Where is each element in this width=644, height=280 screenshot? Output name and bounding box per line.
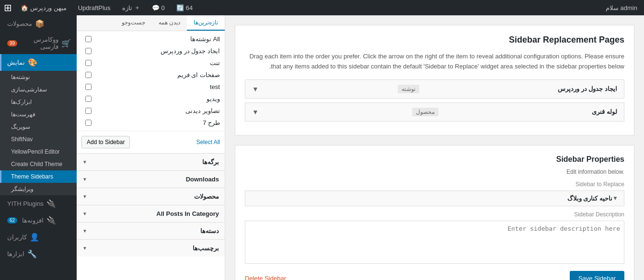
tab-all[interactable]: دیدن همه	[152, 15, 187, 31]
accordion-downloads: Downloads ▼	[77, 170, 225, 188]
list-item: ویدیو	[77, 93, 225, 105]
submenu-posts[interactable]: نوشته‌ها	[0, 71, 77, 83]
widget-checkbox-text[interactable]	[85, 60, 92, 66]
submenu-yellowpencil[interactable]: YellowPencil Editor	[0, 146, 77, 158]
admin-bar: ⊞ 🏠 میهن وردپرس UpdraftPlus تازه ＋ 💬 0 🔄…	[0, 0, 644, 15]
menu-item-appearance[interactable]: 🎨 نمایش	[0, 54, 77, 71]
menu-item-woocommerce[interactable]: 🛒 ووکامرس فارسی 99	[0, 32, 77, 54]
chevron-down-icon[interactable]: ▼	[612, 195, 618, 202]
widget-list: All نوشته‌ها ایجاد جدول در وردپرس تنت صف…	[77, 31, 225, 131]
sidebar-description-field[interactable]	[245, 221, 624, 264]
widget-checkbox-all-posts[interactable]	[85, 36, 92, 42]
adminbar-updraftplus[interactable]: UpdraftPlus	[75, 4, 114, 11]
wp-wrap: 📦 محصولات 🛒 ووکامرس فارسی 99 🎨 نمایش نوش…	[0, 15, 644, 280]
sidebar-properties-info: Edit information below.	[245, 168, 624, 175]
updates-icon: 🔄	[176, 4, 184, 11]
accordion-header-pages[interactable]: برگه‌ها ▼	[77, 154, 225, 170]
users-icon: 👤	[30, 233, 39, 242]
sidebar-name-row[interactable]: ▼ ناحیه کناری وبلاگ	[245, 190, 624, 206]
accordion-header-categories[interactable]: دسته‌ها ▼	[77, 223, 225, 239]
chevron-down-icon: ▼	[82, 211, 87, 216]
list-item: طرح 7	[77, 117, 225, 129]
plugins-icon: 🔌	[46, 216, 56, 225]
widget-label-design7: طرح 7	[92, 119, 220, 126]
sidebar-replacement-box: Sidebar Replacement Pages Drag each item…	[235, 25, 634, 135]
woo-badge: 99	[7, 40, 17, 46]
submenu-shiftnav[interactable]: ShiftNav	[0, 133, 77, 146]
chevron-down-icon: ▼	[82, 228, 87, 234]
submenu-superbg[interactable]: سوپربگ	[0, 121, 77, 133]
widget-row-table: ایجاد جدول در وردپرس نوشته ▼	[245, 79, 624, 99]
widget-row-title-table: ایجاد جدول در وردپرس	[558, 85, 617, 92]
menu-item-users[interactable]: 👤 کاربران	[0, 229, 77, 246]
adminbar-comments[interactable]: 💬 0	[149, 4, 168, 11]
select-all-link[interactable]: Select All	[196, 139, 220, 146]
submenu-widgets[interactable]: ابزارک‌ها	[0, 96, 77, 108]
menu-item-products[interactable]: 📦 محصولات	[0, 15, 77, 32]
wp-content: تازه‌ترین‌ها دیدن همه جست‌وجو All نوشته‌…	[77, 15, 644, 280]
comments-icon: 💬	[152, 4, 160, 11]
widget-checkbox-table[interactable]	[85, 48, 92, 54]
sidebar-replacement-description: Drag each item into the order you prefer…	[245, 52, 624, 72]
sidebar-replacement-title: Sidebar Replacement Pages	[245, 35, 624, 45]
wp-logo[interactable]: ⊞	[4, 2, 12, 13]
tab-latest[interactable]: تازه‌ترین‌ها	[187, 15, 225, 31]
woo-icon: 🛒	[61, 39, 71, 48]
menu-item-plugins[interactable]: 🔌 افزونه‌ها 62	[0, 212, 77, 229]
widget-label-af-form: صفحات ای فریم	[92, 71, 220, 78]
widget-checkbox-design7[interactable]	[85, 120, 92, 126]
widget-label-photo: تصاویر دیدنی	[92, 107, 220, 114]
widget-label-text: تنت	[92, 59, 220, 67]
list-item: صفحات ای فریم	[77, 69, 225, 81]
add-to-sidebar-button[interactable]: Add to Sidebar	[81, 136, 130, 148]
delete-sidebar-link[interactable]: Delete Sidebar	[245, 275, 286, 280]
accordion-categories: دسته‌ها ▼	[77, 222, 225, 239]
adminbar-site-name[interactable]: 🏠 میهن وردپرس	[18, 4, 69, 11]
products-icon: 📦	[35, 19, 45, 28]
widget-row-type-tube: محصول	[412, 108, 438, 116]
submenu-theme-sidebars[interactable]: Theme Sidebars	[0, 170, 77, 183]
chevron-down-icon: ▼	[82, 194, 87, 199]
chevron-down-icon[interactable]: ▼	[252, 85, 259, 93]
save-sidebar-button[interactable]: Save Sidebar	[570, 271, 624, 280]
chevron-down-icon: ▼	[82, 177, 87, 182]
widget-checkbox-af-form[interactable]	[85, 72, 92, 78]
widget-label-all-posts: All نوشته‌ها	[92, 35, 220, 43]
sidebar-to-replace-label: Sidebar to Replace	[245, 181, 624, 188]
widget-panel: تازه‌ترین‌ها دیدن همه جست‌وجو All نوشته‌…	[77, 15, 225, 280]
widget-checkbox-photo[interactable]	[85, 108, 92, 114]
widget-tabs: تازه‌ترین‌ها دیدن همه جست‌وجو	[77, 15, 225, 31]
accordion-products: محصولات ▼	[77, 188, 225, 205]
list-item: ایجاد جدول در وردپرس	[77, 45, 225, 57]
accordion-header-all-posts-cat[interactable]: All Posts In Category ▼	[77, 205, 225, 222]
widget-checkbox-video[interactable]	[85, 96, 92, 102]
sidebar-properties-title: Sidebar Properties	[245, 155, 624, 164]
submenu-menus[interactable]: فهرست‌ها	[0, 108, 77, 121]
menu-item-tools[interactable]: 🔧 ابزارها	[0, 246, 77, 262]
adminbar-updates[interactable]: 🔄 64	[173, 4, 196, 11]
accordion-header-downloads[interactable]: Downloads ▼	[77, 171, 225, 188]
submenu-create-child[interactable]: Create Child Theme	[0, 158, 77, 170]
accordion-header-products[interactable]: محصولات ▼	[77, 188, 225, 205]
submenu-editor[interactable]: ویرایشگر	[0, 183, 77, 195]
sidebar-footer: Delete Sidebar Save Sidebar	[245, 271, 624, 280]
sidebar-name-value: ناحیه کناری وبلاگ	[251, 195, 612, 202]
list-item: All نوشته‌ها	[77, 33, 225, 45]
tab-search[interactable]: جست‌وجو	[115, 15, 152, 31]
widget-row-type-table: نوشته	[398, 85, 419, 93]
widget-row-tube: لوله قنری محصول ▼	[245, 102, 624, 122]
widget-checkbox-test[interactable]	[85, 84, 92, 90]
plus-icon: ＋	[134, 3, 140, 12]
list-item: test	[77, 81, 225, 93]
submenu-customizer[interactable]: سفارشی‌سازی	[0, 83, 77, 96]
menu-item-yith[interactable]: 🔌 YITH Plugins	[0, 195, 77, 212]
adminbar-new[interactable]: تازه ＋	[119, 3, 143, 12]
chevron-down-icon: ▼	[82, 159, 87, 165]
accordion-header-tags[interactable]: برچسب‌ها ▼	[77, 240, 225, 257]
admin-menu: 📦 محصولات 🛒 ووکامرس فارسی 99 🎨 نمایش نوش…	[0, 15, 77, 280]
sidebar-properties-box: Sidebar Properties Edit information belo…	[235, 145, 634, 280]
sidebar-description-label: Sidebar Description	[245, 211, 624, 218]
appearance-icon: 🎨	[28, 58, 37, 67]
chevron-down-icon[interactable]: ▼	[252, 108, 259, 116]
adminbar-admin[interactable]: admin سلام	[603, 4, 640, 11]
